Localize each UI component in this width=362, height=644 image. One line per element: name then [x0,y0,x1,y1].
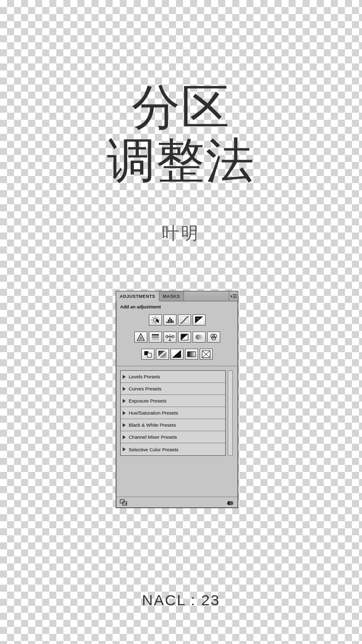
svg-line-8 [152,317,153,318]
presets-scrollbar[interactable] [228,370,233,456]
photo-filter-icon[interactable] [193,332,206,343]
triangle-right-icon [123,423,126,427]
presets-area: Levels Presets Curves Presets Exposure P… [120,370,233,456]
color-balance-icon[interactable] [163,332,176,343]
panel-footer [116,497,238,508]
preset-label: Curves Presets [129,386,161,391]
preset-hue-sat[interactable]: Hue/Saturation Presets [121,407,225,419]
title-block: 分区 调整法 叶明 [0,80,362,245]
triangle-right-icon [123,375,126,379]
svg-rect-1 [233,296,237,296]
triangle-right-icon [123,435,126,439]
adjustments-panel: ADJUSTMENTS MASKS Add an adjustment [116,291,238,508]
triangle-right-icon [123,447,126,451]
tab-adjustments[interactable]: ADJUSTMENTS [116,291,159,301]
svg-rect-16 [172,320,173,323]
svg-rect-13 [168,319,169,323]
svg-rect-12 [166,321,167,323]
presets-list: Levels Presets Curves Presets Exposure P… [120,370,226,456]
posterize-icon[interactable] [156,349,169,360]
svg-rect-28 [152,339,159,340]
trash-icon[interactable] [226,499,235,507]
tab-spacer [184,291,229,301]
adjustment-icons: +- [116,310,238,366]
svg-marker-55 [125,503,127,505]
svg-rect-15 [171,319,172,323]
black-white-icon[interactable] [178,332,191,343]
icon-row-2 [134,332,220,343]
preset-channel-mixer[interactable]: Channel Mixer Presets [121,431,225,443]
footnote: NACL : 23 [0,592,362,609]
threshold-icon[interactable] [170,349,184,360]
selective-color-icon[interactable] [200,349,213,360]
svg-rect-49 [188,352,196,357]
preset-label: Levels Presets [129,374,160,379]
svg-point-37 [198,335,203,340]
vibrance-icon[interactable] [134,332,147,343]
svg-text:+: + [197,317,199,320]
preset-levels[interactable]: Levels Presets [121,371,225,383]
panel-menu-button[interactable] [229,291,238,301]
svg-rect-14 [169,317,170,323]
levels-icon[interactable] [163,314,176,326]
panel-subtitle: Add an adjustment [116,301,238,310]
preset-label: Exposure Presets [129,398,166,404]
hue-sat-icon[interactable] [149,332,162,343]
curves-icon[interactable] [178,314,191,326]
triangle-right-icon [123,399,126,403]
preset-selective-color[interactable]: Selective Color Presets [121,443,225,455]
icon-row-3 [141,349,213,360]
panel-tabbar: ADJUSTMENTS MASKS [116,291,238,301]
icon-row-1: +- [149,314,206,326]
triangle-right-icon [123,387,126,391]
triangle-right-icon [123,411,126,415]
title-line1: 分区 [0,80,362,134]
title-line2: 调整法 [0,134,362,187]
brightness-contrast-icon[interactable] [149,314,162,326]
expand-icon[interactable] [119,499,128,507]
exposure-icon[interactable]: +- [193,314,206,326]
svg-rect-27 [152,337,159,338]
preset-label: Selective Color Presets [129,447,178,452]
preset-label: Channel Mixer Presets [129,434,177,440]
tab-masks[interactable]: MASKS [159,291,184,301]
channel-mixer-icon[interactable] [207,332,220,343]
svg-rect-26 [152,334,159,336]
preset-label: Hue/Saturation Presets [129,410,178,416]
author: 叶明 [0,222,362,245]
svg-line-11 [157,317,158,318]
svg-marker-33 [168,340,171,341]
preset-bw[interactable]: Black & White Presets [121,419,225,431]
svg-line-10 [152,323,153,324]
preset-curves[interactable]: Curves Presets [121,383,225,395]
svg-rect-2 [233,297,237,298]
preset-label: Black & White Presets [129,422,176,428]
svg-rect-0 [233,294,237,295]
svg-text:-: - [200,320,201,324]
menu-icon [231,294,237,299]
preset-exposure[interactable]: Exposure Presets [121,395,225,407]
svg-rect-42 [147,353,151,357]
svg-point-57 [229,501,233,505]
invert-icon[interactable] [141,349,154,360]
gradient-map-icon[interactable] [185,349,198,360]
